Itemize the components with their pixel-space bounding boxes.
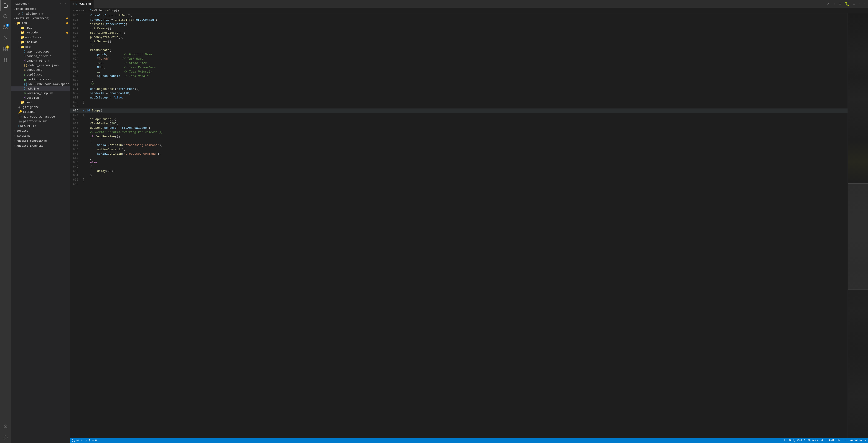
code-line-624: 624 "Punch", // Task Name [70,57,847,61]
close-icon[interactable]: ✕ [18,12,20,16]
status-spaces[interactable]: Spaces: 4 [808,439,823,442]
file-icon-cpp: C [24,50,26,54]
tab-close-icon[interactable]: ✕ [72,2,74,6]
breadcrumb-mcu[interactable]: mcu [73,9,78,12]
folder-include-label: include [25,40,38,44]
arduino-examples-section[interactable]: ARDUINO EXAMPLES [11,143,70,148]
minimap-viewport[interactable] [848,183,868,289]
code-line-640: 640 udpSend(senderIP, rfcAcknowledge); [70,126,847,130]
workspace-modified-dot [66,18,68,19]
project-components-label: PROJECT COMPONENTS [17,140,47,142]
code-editor[interactable]: 614 forceConfig = initDrd(); 615 forceCo… [70,13,847,438]
file-mcu-workspace[interactable]: {} mcu.code-workspace [11,114,70,119]
file-version-h[interactable]: H version.h [11,96,70,100]
file-rw5-ino[interactable]: C rw5.ino [11,87,70,91]
file-license[interactable]: 🔑 LICENSE [11,110,70,114]
code-line-622: 622 xTaskCreate( [70,48,847,52]
file-icon-license: 🔑 [18,110,22,114]
folder-mcu[interactable]: 📁 mcu [11,21,70,26]
split-editor-icon[interactable]: ⊞ [852,1,856,7]
file-icon-workspace1: {} [24,82,28,86]
sidebar: EXPLORER ··· OPEN EDITORS ✕ C rw5.ino sr… [11,0,70,443]
activity-bar: 1 1 [0,0,11,443]
file-version-bump-label: version_bump.sh [26,92,53,95]
status-platform[interactable]: Arduino [850,439,862,442]
files-icon[interactable] [0,0,11,11]
status-branch[interactable]: main [72,439,83,442]
search-icon[interactable] [0,11,11,22]
upload-icon[interactable]: ⬆ [832,1,836,7]
code-line-645: 645 motionControl(); [70,147,847,152]
folder-esp32cam[interactable]: 📁 esp32-cam [11,35,70,40]
extensions-icon[interactable]: 1 [0,44,11,55]
file-gitignore[interactable]: ◉ .gitignore [11,105,70,110]
sidebar-menu-icon[interactable]: ··· [59,2,67,6]
sidebar-title: EXPLORER [16,2,29,5]
workspace-section[interactable]: UNTITLED (WORKSPACE) [11,16,70,21]
more-actions-icon[interactable]: ··· [858,1,866,7]
file-debug-custom[interactable]: {} debug_custom.json [11,63,70,68]
folder-pio[interactable]: 📁 .pio [11,26,70,30]
status-eol[interactable]: LF [837,439,840,442]
code-line-639: 639 flashRedLed(20); [70,122,847,126]
folder-include[interactable]: 📁 include [11,40,70,44]
project-components-section[interactable]: PROJECT COMPONENTS [11,138,70,143]
status-position[interactable]: Ln 636, Col 1 [784,439,806,442]
status-errors[interactable]: ⚠ 0 ⊘ 0 [85,439,97,442]
platformio-icon[interactable] [0,55,11,66]
file-mcu-workspace-label: mcu.code-workspace [23,115,55,118]
file-readme[interactable]: ℹ README.md [11,124,70,129]
file-debug-cfg-label: debug.cfg [26,68,42,72]
timeline-section[interactable]: TIMELINE [11,134,70,138]
run-debug-icon[interactable] [0,33,11,44]
open-editor-filename: rw5.ino [24,12,37,15]
code-line-620: 620 initServos(); [70,39,847,44]
svg-rect-9 [6,49,7,51]
code-line-650: 650 delay(20); [70,169,847,173]
src-chevron [18,46,20,48]
code-line-633: 633 udpIsSetup = false; [70,96,847,100]
file-esp32-svd[interactable]: ◈ esp32.svd [11,72,70,77]
code-line-629: 629 ); [70,78,847,82]
file-icon-svd: ◈ [24,73,26,77]
file-version-bump[interactable]: $ version_bump.sh [11,91,70,96]
checkmark-icon[interactable]: ✓ [826,1,831,7]
code-line-621: 621 // [70,44,847,48]
folder-src[interactable]: 📁 src [11,44,70,49]
minimap[interactable] [847,13,868,438]
breadcrumb-src[interactable]: src [81,9,86,12]
settings-icon[interactable] [0,432,11,443]
code-line-617: 617 initCamera(); [70,26,847,31]
file-debug-cfg[interactable]: ⚙ debug.cfg [11,68,70,72]
code-line-648: 648 else [70,160,847,165]
file-rw-workspace-label: RW-ESP32.code-workspace [28,82,69,86]
breadcrumb-symbol[interactable]: ⊙loop() [107,9,119,12]
status-encoding[interactable]: UTF-8 [826,439,834,442]
breadcrumb-file[interactable]: Crw5.ino [90,9,103,12]
code-line-625: 625 700, // Stack Size [70,61,847,65]
accounts-icon[interactable] [0,421,11,432]
tab-filename: rw5.ino [79,2,91,6]
status-language[interactable]: C++ [843,439,848,442]
serial-monitor-icon[interactable]: ⊟ [838,1,842,7]
arduino-examples-chevron [14,145,15,147]
file-camera-pins[interactable]: H camera_pins.h [11,59,70,63]
file-camera-index-label: camera_index.h [26,55,51,58]
outline-section[interactable]: OUTLINE [11,129,70,134]
file-partitions-csv[interactable]: ▦ partitions.csv [11,77,70,82]
status-upload-icon[interactable]: ⚡ [865,439,866,442]
svg-point-10 [5,425,6,427]
tab-rw5ino[interactable]: ✕ C rw5.ino [70,0,94,8]
file-rw-workspace[interactable]: {} RW-ESP32.code-workspace [11,82,70,87]
file-camera-index[interactable]: H camera_index.h [11,54,70,59]
source-control-icon[interactable]: 1 [0,22,11,33]
folder-vscode[interactable]: 📁 .vscode [11,30,70,35]
file-app-httpd[interactable]: C app_httpd.cpp [11,49,70,54]
file-rw5-ino-label: rw5.ino [26,87,39,91]
open-editors-section[interactable]: OPEN EDITORS [11,7,70,11]
file-platformio-ini[interactable]: 🐜 platformio.ini [11,119,70,124]
debug-icon[interactable]: 🐛 [844,1,850,7]
code-line-619: 619 punchSystemSetup(); [70,35,847,39]
open-editor-rw5ino[interactable]: ✕ C rw5.ino src [11,11,70,16]
folder-test[interactable]: 📁 test [11,100,70,105]
